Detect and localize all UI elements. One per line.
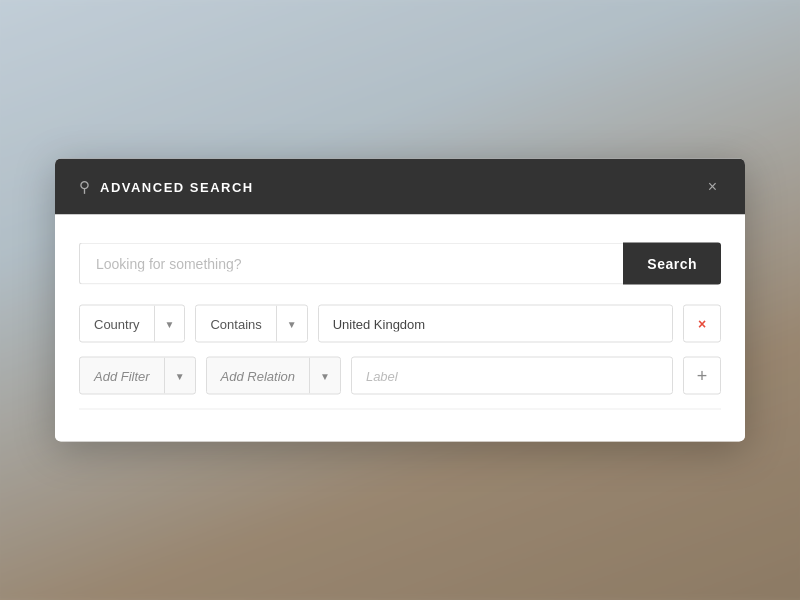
advanced-search-modal: ⚲ ADVANCED SEARCH × Search Country ▼ xyxy=(55,159,745,442)
modal-header: ⚲ ADVANCED SEARCH × xyxy=(55,159,745,215)
operator-dropdown-arrow[interactable]: ▼ xyxy=(276,306,307,342)
field-dropdown-arrow[interactable]: ▼ xyxy=(154,306,185,342)
modal-title-wrap: ⚲ ADVANCED SEARCH xyxy=(79,178,254,196)
label-input[interactable] xyxy=(351,357,673,395)
modal-title: ADVANCED SEARCH xyxy=(100,179,254,194)
remove-icon: × xyxy=(698,316,706,332)
search-button[interactable]: Search xyxy=(623,243,721,285)
field-dropdown[interactable]: Country ▼ xyxy=(79,305,185,343)
add-icon: + xyxy=(697,365,708,386)
operator-dropdown[interactable]: Contains ▼ xyxy=(195,305,307,343)
modal-container: ⚲ ADVANCED SEARCH × Search Country ▼ xyxy=(55,159,745,442)
add-relation-dropdown[interactable]: Add Relation ▼ xyxy=(206,357,341,395)
search-icon: ⚲ xyxy=(79,178,90,196)
search-row: Search xyxy=(79,243,721,285)
add-relation-arrow[interactable]: ▼ xyxy=(309,358,340,394)
field-dropdown-label: Country xyxy=(80,316,154,331)
add-row: Add Filter ▼ Add Relation ▼ + xyxy=(79,357,721,395)
divider xyxy=(79,409,721,410)
close-button[interactable]: × xyxy=(704,177,721,197)
filter-row: Country ▼ Contains ▼ × xyxy=(79,305,721,343)
add-filter-dropdown[interactable]: Add Filter ▼ xyxy=(79,357,196,395)
operator-dropdown-label: Contains xyxy=(196,316,275,331)
modal-body: Search Country ▼ Contains ▼ × xyxy=(55,215,745,442)
add-button[interactable]: + xyxy=(683,357,721,395)
value-input[interactable] xyxy=(318,305,673,343)
add-filter-arrow[interactable]: ▼ xyxy=(164,358,195,394)
search-input[interactable] xyxy=(79,243,623,285)
add-relation-label: Add Relation xyxy=(207,368,309,383)
add-filter-label: Add Filter xyxy=(80,368,164,383)
remove-filter-button[interactable]: × xyxy=(683,305,721,343)
